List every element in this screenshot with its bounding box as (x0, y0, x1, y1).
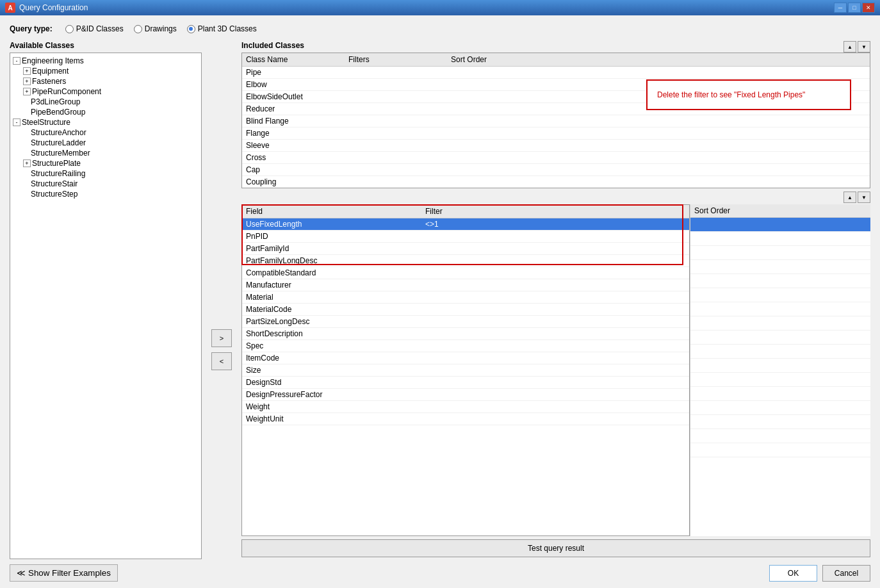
tree-item-structuremember[interactable]: StructureMember (13, 148, 199, 158)
fields-table-container[interactable]: Field Filter UseFixedLength<>1PnPIDPartF… (241, 204, 690, 536)
expand-icon-structureplate[interactable]: + (23, 159, 31, 167)
list-item[interactable]: DesignPressureFactor (242, 389, 689, 401)
sort-order-row[interactable] (690, 373, 870, 387)
sort-order-row[interactable] (690, 274, 870, 288)
scroll-up-fields[interactable]: ▲ (843, 192, 856, 203)
tree-item-steelstructure[interactable]: - SteelStructure (13, 117, 199, 127)
scroll-up-included[interactable]: ▲ (843, 41, 856, 53)
included-classes-table-container[interactable]: Class Name Filters Sort Order PipeElbowE… (241, 53, 870, 188)
tree-item-structureanchor[interactable]: StructureAnchor (13, 127, 199, 138)
list-item[interactable]: Size (242, 364, 689, 377)
sort-order-fields-container[interactable] (690, 218, 870, 536)
tree-label-structurerailing: StructureRailing (31, 169, 85, 178)
sort-order-row[interactable] (690, 331, 870, 345)
list-item[interactable]: ShortDescription (242, 328, 689, 340)
scroll-down-included[interactable]: ▼ (858, 41, 870, 53)
col-filters: Filters (345, 53, 447, 67)
table-row[interactable]: Cross (242, 152, 870, 164)
table-row[interactable]: Cap (242, 164, 870, 176)
remove-class-button[interactable]: < (211, 352, 232, 370)
ok-cancel-row: OK Cancel (241, 562, 870, 582)
tree-item-structureplate[interactable]: + StructurePlate (13, 158, 199, 168)
close-button[interactable]: ✕ (862, 3, 875, 13)
radio-drawings[interactable]: Drawings (134, 24, 177, 33)
radio-plant3d[interactable]: Plant 3D Classes (187, 24, 257, 33)
table-row[interactable]: Pipe (242, 67, 870, 79)
list-item[interactable]: ItemCode (242, 352, 689, 364)
included-classes-section: Included Classes ▲ ▼ Class Name Filters … (241, 41, 870, 188)
tree-label-structureanchor: StructureAnchor (31, 128, 86, 137)
sort-order-row[interactable] (690, 345, 870, 359)
expand-icon-piperuncomponent[interactable]: + (23, 88, 31, 95)
table-row[interactable]: Flange (242, 127, 870, 140)
list-item[interactable]: Material (242, 291, 689, 304)
list-item[interactable]: DesignStd (242, 377, 689, 389)
list-item[interactable]: UseFixedLength<>1 (242, 218, 689, 231)
list-item[interactable]: Manufacturer (242, 279, 689, 291)
test-query-button[interactable]: Test query result (241, 539, 870, 557)
show-filter-examples-button[interactable]: ≪ Show Filter Examples (10, 564, 118, 582)
sort-order-row[interactable] (690, 288, 870, 302)
tree-item-piperuncomponent[interactable]: + PipeRunComponent (13, 86, 199, 97)
list-item[interactable]: PartFamilyLongDesc (242, 255, 689, 267)
maximize-button[interactable]: □ (848, 3, 861, 13)
tree-item-engineering-items[interactable]: - Engineering Items (13, 56, 199, 66)
radio-circle-drawings (134, 25, 142, 33)
list-item[interactable]: MaterialCode (242, 304, 689, 316)
minimize-button[interactable]: ─ (834, 3, 847, 13)
radio-plant3d-label: Plant 3D Classes (198, 24, 257, 33)
radio-pid-label: P&ID Classes (76, 24, 124, 33)
sort-order-row[interactable] (690, 387, 870, 401)
col-field: Field (242, 205, 421, 218)
sort-order-row[interactable] (690, 232, 870, 246)
table-row[interactable]: Sleeve (242, 140, 870, 152)
list-item[interactable]: PartFamilyId (242, 243, 689, 255)
sort-order-row[interactable] (690, 316, 870, 331)
expand-icon-steelstructure[interactable]: - (13, 118, 20, 126)
scroll-down-fields[interactable]: ▼ (858, 192, 870, 203)
sort-order-row[interactable] (690, 218, 870, 232)
expand-icon-engineering[interactable]: - (13, 57, 20, 65)
tree-item-structurestair[interactable]: StructureStair (13, 179, 199, 189)
tree-label-equipment: Equipment (32, 67, 69, 76)
tree-item-p3dlinegroup[interactable]: P3dLineGroup (13, 97, 199, 107)
sort-order-row[interactable] (690, 359, 870, 373)
expand-icon-fasteners[interactable]: + (23, 78, 31, 85)
query-type-label: Query type: (10, 24, 53, 33)
sort-order-row[interactable] (690, 443, 870, 457)
list-item[interactable]: Spec (242, 340, 689, 352)
list-item[interactable]: CompatibleStandard (242, 267, 689, 279)
table-row[interactable]: Blind Flange (242, 115, 870, 127)
tree-item-fasteners[interactable]: + Fasteners (13, 76, 199, 86)
cancel-button[interactable]: Cancel (822, 565, 870, 582)
sort-order-row[interactable] (690, 429, 870, 443)
tree-item-pipebendgroup[interactable]: PipeBendGroup (13, 107, 199, 117)
tree-label-structureladder: StructureLadder (31, 138, 86, 147)
available-classes-tree[interactable]: - Engineering Items + Equipment + Fasten… (10, 53, 202, 559)
radio-pid[interactable]: P&ID Classes (65, 24, 124, 33)
tree-item-structureladder[interactable]: StructureLadder (13, 138, 199, 148)
tree-item-structurerailing[interactable]: StructureRailing (13, 168, 199, 179)
sort-order-row[interactable] (690, 415, 870, 429)
sort-order-row[interactable] (690, 401, 870, 415)
show-filter-expand-icon: ≪ (17, 568, 26, 578)
add-class-button[interactable]: > (211, 329, 232, 347)
title-bar-controls: ─ □ ✕ (834, 3, 875, 13)
title-bar-left: A Query Configuration (5, 3, 88, 13)
included-classes-header: Included Classes ▲ ▼ (241, 41, 870, 53)
included-classes-table: Class Name Filters Sort Order PipeElbowE… (242, 53, 870, 188)
sort-order-row[interactable] (690, 246, 870, 260)
list-item[interactable]: WeightUnit (242, 413, 689, 425)
tree-item-equipment[interactable]: + Equipment (13, 66, 199, 76)
expand-icon-equipment[interactable]: + (23, 67, 31, 75)
list-item[interactable]: PnPID (242, 231, 689, 243)
list-item[interactable]: PartSizeLongDesc (242, 316, 689, 328)
sort-order-row[interactable] (690, 260, 870, 274)
tree-label-p3dlinegroup: P3dLineGroup (31, 97, 80, 106)
sort-order-row[interactable] (690, 302, 870, 316)
list-item[interactable]: Weight (242, 401, 689, 413)
tree-item-structurestep[interactable]: StructureStep (13, 189, 199, 199)
right-panel: Included Classes ▲ ▼ Class Name Filters … (241, 41, 870, 582)
table-row[interactable]: Coupling (242, 176, 870, 188)
ok-button[interactable]: OK (769, 565, 817, 582)
